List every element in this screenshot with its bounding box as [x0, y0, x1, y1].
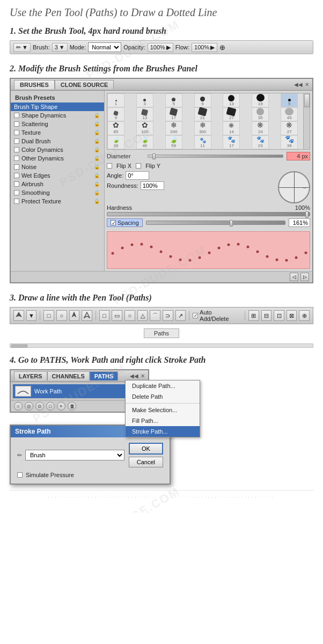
sidebar-item-shape-dynamics[interactable]: Shape Dynamics 🔒 — [11, 111, 104, 120]
brush-cell-23[interactable]: 🐾23 — [252, 135, 269, 149]
hardness-slider[interactable] — [107, 212, 310, 216]
flip-x-checkbox[interactable] — [107, 163, 112, 169]
delete-path-btn[interactable]: 🗑 — [68, 402, 76, 411]
tab-layers[interactable]: LAYERS — [14, 371, 47, 380]
cb-shape-dynamics[interactable] — [14, 113, 19, 118]
brush-cell-27b[interactable]: ❋27 — [281, 121, 298, 135]
brush-cell-14[interactable]: ❋14 — [223, 121, 240, 135]
stroke-path-btn[interactable]: ◎ — [25, 402, 33, 411]
hardness-thumb[interactable] — [305, 211, 309, 218]
paths-panel-close-btn[interactable]: ✕ — [141, 373, 145, 379]
pen-tool-btn[interactable] — [13, 310, 24, 321]
load-path-btn[interactable]: ⊙ — [35, 402, 44, 411]
tab-clone-source[interactable]: CLONE SOURCE — [55, 80, 114, 89]
brush-cell-9[interactable]: 9 — [194, 93, 211, 107]
shape-opt-5[interactable]: ⌒ — [150, 310, 160, 321]
ctx-make-selection[interactable]: Make Selection... — [126, 405, 200, 415]
cb-noise[interactable] — [14, 164, 19, 170]
brush-cell-5b[interactable]: 5 — [281, 93, 298, 107]
panel-footer-btn-2[interactable]: ▷ — [300, 273, 309, 281]
brush-cell-1[interactable]: 1 — [107, 93, 124, 107]
sidebar-item-scattering[interactable]: Scattering 🔒 — [11, 120, 104, 128]
sidebar-item-noise[interactable]: Noise 🔒 — [11, 163, 104, 171]
icon-btn-4[interactable]: ⊠ — [287, 310, 297, 321]
scroll-track[interactable] — [10, 343, 313, 348]
pen-tool-dropdown[interactable]: ▼ — [26, 310, 37, 321]
sidebar-item-color-dynamics[interactable]: Color Dynamics 🔒 — [11, 145, 104, 154]
cb-scattering[interactable] — [14, 121, 19, 127]
spacing-checkbox[interactable]: ✓ — [111, 220, 116, 225]
brush-cell-36[interactable]: 🐾36 — [281, 135, 298, 149]
cb-color-dynamics[interactable] — [14, 147, 19, 152]
brush-cell-200[interactable]: ❄200 — [165, 121, 182, 135]
cb-protect-texture[interactable] — [14, 199, 19, 204]
brush-cell-3[interactable]: 3 — [136, 93, 153, 107]
grid-scrollbar[interactable] — [303, 93, 310, 149]
dialog-ok-btn[interactable]: OK — [129, 443, 163, 455]
dialog-tool-select[interactable]: Brush — [25, 450, 124, 460]
spacing-thumb[interactable] — [230, 220, 233, 226]
cb-other-dynamics[interactable] — [14, 156, 19, 161]
spacing-checkbox-label[interactable]: ✓ Spacing — [107, 218, 143, 227]
sidebar-item-brush-tip-shape[interactable]: Brush Tip Shape — [11, 103, 104, 111]
panel-footer-btn-1[interactable]: ◁ — [290, 273, 298, 281]
cb-wet-edges[interactable] — [14, 173, 19, 178]
brush-cell-300[interactable]: ❄300 — [194, 121, 211, 135]
ctx-delete-path[interactable]: Delete Path — [126, 391, 200, 402]
brush-size-btn[interactable]: 3 ▼ — [52, 43, 68, 52]
brush-cell-13[interactable]: 13 — [223, 93, 240, 107]
brush-tool-btn[interactable]: ✏ ▼ — [13, 43, 31, 52]
panel-close-btn[interactable]: ✕ — [305, 82, 309, 87]
icon-btn-1[interactable]: ⊞ — [248, 310, 259, 321]
sidebar-item-smoothing[interactable]: Smoothing 🔒 — [11, 188, 104, 197]
rect-btn[interactable]: □ — [43, 310, 54, 321]
shape-opt-3[interactable]: ○ — [124, 310, 135, 321]
mask-from-path-btn[interactable]: □ — [46, 402, 55, 411]
ctx-fill-path[interactable]: Fill Path... — [126, 415, 200, 426]
ctx-stroke-path[interactable]: Stroke Path... — [126, 426, 200, 437]
opacity-btn[interactable]: 100% ▶ — [148, 43, 173, 52]
cb-texture[interactable] — [14, 130, 19, 135]
brush-cell-27[interactable]: 27 — [223, 107, 240, 121]
brush-cell-21[interactable]: 21 — [194, 107, 211, 121]
shape-opt-7[interactable]: ↗ — [175, 310, 186, 321]
sidebar-item-other-dynamics[interactable]: Other Dynamics 🔒 — [11, 154, 104, 163]
brush-cell-17b[interactable]: 🐾17 — [223, 135, 240, 149]
icon-btn-3[interactable]: ⊡ — [274, 310, 284, 321]
freeform-btn[interactable] — [69, 310, 80, 321]
angle-circle[interactable]: → — [278, 171, 310, 203]
sidebar-item-texture[interactable]: Texture 🔒 — [11, 128, 104, 137]
icon-btn-2[interactable]: ⊟ — [261, 310, 272, 321]
diameter-input[interactable] — [287, 152, 310, 160]
flow-btn[interactable]: 100% ▶ — [192, 43, 217, 52]
convert-btn[interactable] — [82, 310, 92, 321]
panel-collapse-btn[interactable]: ◀◀ — [294, 82, 303, 87]
shape-opt-6[interactable]: ⊃ — [163, 310, 173, 321]
spacing-slider[interactable] — [146, 221, 285, 225]
circle-btn[interactable]: ○ — [56, 310, 67, 321]
tab-channels[interactable]: CHANNELS — [47, 371, 90, 380]
shape-opt-2[interactable]: ▭ — [112, 310, 122, 321]
brush-cell-39[interactable]: 🍃39 — [107, 135, 124, 149]
brush-cell-46[interactable]: 🍃46 — [136, 135, 153, 149]
brush-cell-45[interactable]: 45 — [281, 107, 298, 121]
brush-cell-19[interactable]: 19 — [252, 93, 269, 107]
brush-cell-5[interactable]: 5 — [165, 93, 182, 107]
icon-btn-5[interactable]: ⊕ — [299, 310, 310, 321]
brush-cell-17[interactable]: 17 — [165, 107, 182, 121]
brush-cell-11[interactable]: 🐾11 — [194, 135, 211, 149]
mode-select[interactable]: Normal — [88, 42, 121, 52]
brush-cell-59[interactable]: 🍃59 — [165, 135, 182, 149]
spacing-value-input[interactable] — [289, 218, 310, 227]
dialog-cancel-btn[interactable]: Cancel — [129, 457, 163, 467]
shape-opt-1[interactable]: □ — [99, 310, 110, 321]
brush-cell-85[interactable]: ✿85 — [107, 121, 124, 135]
brush-cell-100[interactable]: ✿100 — [136, 121, 153, 135]
diameter-slider[interactable] — [148, 155, 283, 158]
sidebar-item-protect-texture[interactable]: Protect Texture 🔒 — [11, 197, 104, 206]
tab-paths[interactable]: PATHS — [90, 371, 119, 380]
cb-airbrush[interactable] — [14, 181, 19, 187]
simulate-pressure-checkbox[interactable] — [17, 472, 23, 478]
new-path-btn[interactable]: + — [57, 402, 65, 411]
sidebar-item-airbrush[interactable]: Airbrush 🔒 — [11, 180, 104, 188]
